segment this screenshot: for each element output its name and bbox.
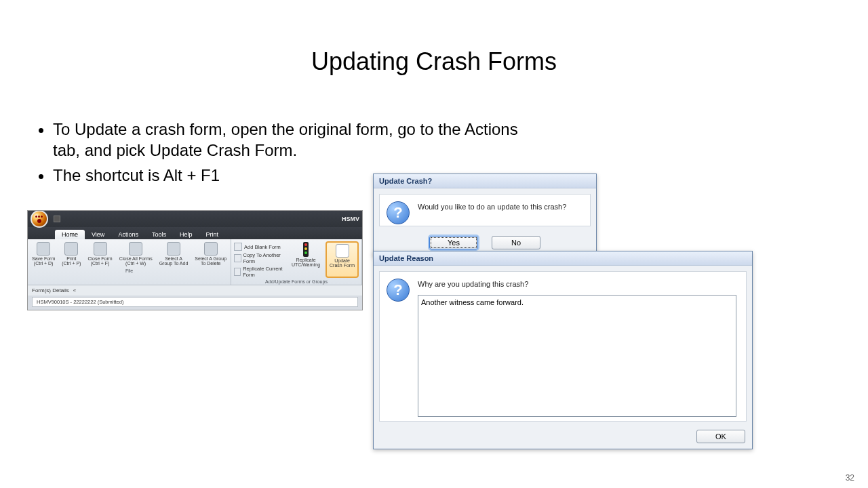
no-button[interactable]: No — [492, 236, 540, 249]
copy-to-another-form-link[interactable]: Copy To Another Form — [234, 252, 286, 264]
dialog-message: Why are you updating this crash? — [418, 280, 736, 288]
panel-collapse-button[interactable]: « — [73, 287, 76, 293]
tab-help[interactable]: Help — [173, 230, 199, 239]
ribbon-group-file: Save Form (Ctrl + D) Print (Ctrl + P) Cl… — [28, 239, 231, 285]
select-group-add-button[interactable]: Select A Group To Add — [158, 241, 190, 267]
bullet-1: To Update a crash form, open the origina… — [53, 119, 549, 161]
tab-home[interactable]: Home — [55, 230, 85, 239]
dialog-title: Update Crash? — [374, 174, 596, 188]
delete-group-icon — [204, 242, 218, 256]
select-group-delete-button[interactable]: Select A Group To Delete — [193, 241, 228, 267]
update-crash-icon — [336, 244, 349, 258]
blank-form-icon — [234, 243, 242, 251]
tab-view[interactable]: View — [85, 230, 111, 239]
print-button[interactable]: Print (Ctrl + P) — [60, 241, 82, 267]
group-label-add-update: Add/Update Forms or Groups — [234, 279, 359, 284]
tab-actions[interactable]: Actions — [111, 230, 145, 239]
add-blank-form-link[interactable]: Add Blank Form — [234, 243, 286, 251]
replicate-current-form-link[interactable]: Replicate Current Form — [234, 266, 286, 278]
dialog-title: Update Reason — [374, 251, 752, 266]
ok-button[interactable]: OK — [696, 430, 745, 443]
ribbon-tabstrip: Home View Actions Tools Help Print — [28, 227, 362, 239]
update-reason-dialog: Update Reason ? Why are you updating thi… — [373, 251, 753, 449]
quick-access-toolbar[interactable] — [54, 216, 60, 222]
update-crash-form-button[interactable]: Update Crash Form — [326, 241, 359, 278]
forms-details-panel-header: Form(s) Details — [32, 287, 69, 293]
update-reason-textarea[interactable] — [418, 295, 736, 417]
open-document-tab[interactable]: HSMV90010S - 22222222 (Submitted) — [32, 297, 358, 307]
question-icon: ? — [387, 279, 410, 302]
slide-title: Updating Crash Forms — [0, 47, 868, 76]
group-label-file: File — [31, 268, 228, 273]
close-form-icon — [94, 242, 107, 256]
update-crash-dialog: Update Crash? ? Would you like to do an … — [373, 174, 597, 257]
close-all-icon — [129, 242, 142, 256]
replicate-icon — [234, 268, 241, 276]
app-title: HSMV — [342, 216, 359, 222]
yes-button[interactable]: Yes — [429, 236, 478, 249]
tab-print[interactable]: Print — [199, 230, 225, 239]
save-form-button[interactable]: Save Form (Ctrl + D) — [31, 241, 56, 267]
question-icon: ? — [387, 201, 410, 224]
close-form-button[interactable]: Close Form (Ctrl + F) — [86, 241, 113, 267]
page-number: 32 — [846, 473, 854, 483]
ribbon-group-add-update: Add Blank Form Copy To Another Form Repl… — [231, 239, 362, 285]
app-orb-button[interactable] — [31, 210, 48, 228]
copy-icon — [234, 254, 241, 262]
dialog-message: Would you like to do an update to this c… — [418, 203, 580, 211]
paw-icon — [35, 214, 44, 224]
printer-icon — [64, 242, 78, 256]
app-ribbon: HSMV Home View Actions Tools Help Print … — [27, 210, 363, 310]
traffic-light-icon — [299, 242, 313, 257]
close-all-forms-button[interactable]: Close All Forms (Ctrl + W) — [118, 241, 154, 267]
save-icon — [37, 242, 50, 256]
replicate-utc-warning-button[interactable]: Replicate UTC/Warning — [290, 241, 321, 278]
tab-tools[interactable]: Tools — [145, 230, 173, 239]
add-group-icon — [167, 242, 180, 256]
